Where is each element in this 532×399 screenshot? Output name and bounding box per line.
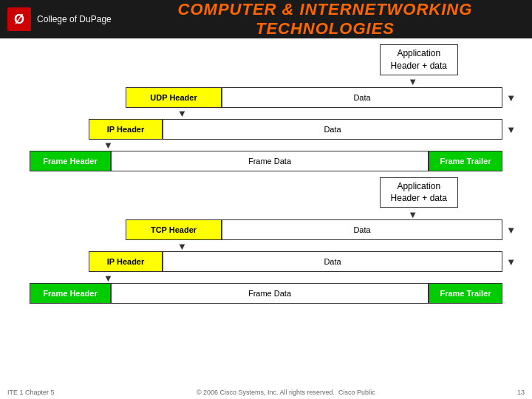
footer-right: 13 xyxy=(517,389,525,396)
diagram1-arrow2: ▼ xyxy=(30,141,502,150)
diagram2-frame-header: Frame Header xyxy=(30,283,111,304)
app-wrapper: Ø College of DuPage COMPUTER & INTERNETW… xyxy=(0,0,532,317)
diagram1-ip-header: IP Header xyxy=(89,119,163,140)
diagram2-arrow2: ▼ xyxy=(30,273,502,282)
diagram1-frame-header: Frame Header xyxy=(30,151,111,171)
diagram1-udp-header: UDP Header xyxy=(126,87,222,108)
diagram2-arrow-right1: ▼ xyxy=(506,225,516,236)
diagram1-frame-data: Frame Data xyxy=(111,151,429,171)
footer-left: ITE 1 Chapter 5 xyxy=(7,389,55,396)
diagram1-app-header-text: ApplicationHeader + data xyxy=(391,48,447,71)
diagram2-arrow-right2: ▼ xyxy=(506,256,516,267)
diagram2-ip-row: IP Header Data ▼ xyxy=(89,251,502,272)
diagram2-frame-row: Frame Header Frame Data Frame Trailer xyxy=(30,283,502,304)
diagram1-app-header: ApplicationHeader + data xyxy=(380,44,458,75)
diagram2-ip-header: IP Header xyxy=(89,251,163,272)
diagram1: ApplicationHeader + data ▼ UDP Header Da… xyxy=(30,44,502,171)
diagram1-udp-row: UDP Header Data ▼ xyxy=(126,87,502,108)
diagram2-tcp-header: TCP Header xyxy=(126,219,222,240)
diagram2-app-header: ApplicationHeader + data xyxy=(380,177,458,208)
diagram2-app-header-text: ApplicationHeader + data xyxy=(391,181,447,204)
diagram1-frame-row: Frame Header Frame Data Frame Trailer xyxy=(30,151,502,171)
diagram2-arrow0: ▼ xyxy=(30,210,502,219)
diagram1-arrow1: ▼ xyxy=(30,109,502,118)
diagram1-arrow0: ▼ xyxy=(30,78,502,86)
diagram2: ApplicationHeader + data ▼ TCP Header Da… xyxy=(30,177,502,304)
diagram1-frame-trailer: Frame Trailer xyxy=(429,151,502,171)
logo-text: College of DuPage xyxy=(37,14,112,24)
diagram2-frame-data: Frame Data xyxy=(111,283,429,304)
page-footer: ITE 1 Chapter 5 © 2006 Cisco Systems, In… xyxy=(0,389,532,396)
diagram1-udp-data: Data xyxy=(222,87,502,108)
logo-area: Ø College of DuPage xyxy=(7,7,126,31)
diagram2-tcp-row: TCP Header Data ▼ xyxy=(126,219,502,240)
diagram2-frame-trailer: Frame Trailer xyxy=(429,283,502,304)
diagram1-ip-row: IP Header Data ▼ xyxy=(89,119,502,140)
diagram2-arrow1: ▼ xyxy=(30,242,502,250)
svg-text:Ø: Ø xyxy=(14,12,24,27)
diagram1-ip-data: Data xyxy=(163,119,502,140)
college-logo-icon: Ø xyxy=(7,7,31,31)
diagram2-tcp-data: Data xyxy=(222,219,502,240)
diagram2-ip-data: Data xyxy=(163,251,502,272)
footer-center: © 2006 Cisco Systems, Inc. All rights re… xyxy=(197,389,375,396)
diagram1-arrow-right2: ▼ xyxy=(506,123,516,134)
header-title: COMPUTER & INTERNETWORKING TECHNOLOGIES xyxy=(126,0,525,38)
page-header: Ø College of DuPage COMPUTER & INTERNETW… xyxy=(0,0,532,38)
diagram1-arrow-right1: ▼ xyxy=(506,92,516,103)
main-content: ApplicationHeader + data ▼ UDP Header Da… xyxy=(0,38,532,317)
